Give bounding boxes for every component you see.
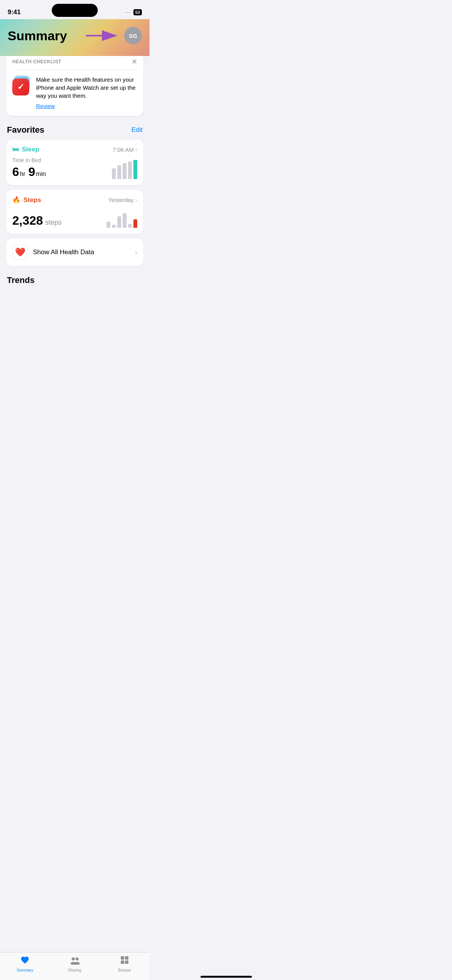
steps-meta-label: Yesterday [108, 197, 134, 203]
purple-arrow-icon [86, 29, 120, 43]
favorites-title: Favorites [7, 125, 44, 135]
favorites-header: Favorites Edit [6, 125, 143, 135]
checklist-text: Make sure the Health features on your iP… [36, 76, 137, 110]
steps-icon: 🔥 [12, 196, 20, 204]
checklist-icon: ✓ [12, 76, 31, 95]
sleep-value: 6hr 9min [12, 165, 46, 179]
icon-main-layer: ✓ [12, 79, 29, 95]
show-all-chevron-icon: › [135, 248, 137, 257]
show-all-label: Show All Health Data [33, 248, 129, 256]
checklist-title: HEALTH CHECKLIST [12, 59, 61, 64]
bar [112, 225, 116, 228]
bar [117, 216, 121, 228]
sleep-label: 🛏 Sleep [12, 146, 39, 153]
trends-header: Trends [6, 275, 143, 285]
health-icon-box: ❤️ [12, 245, 28, 260]
avatar[interactable]: SG [124, 27, 142, 44]
sleep-data-left: Time In Bed 6hr 9min [12, 157, 46, 179]
steps-card-header: 🔥 Steps Yesterday › [12, 196, 137, 204]
sleep-icon: 🛏 [12, 146, 19, 153]
checklist-header: HEALTH CHECKLIST ✕ [12, 58, 137, 70]
sleep-chevron-icon: › [135, 146, 137, 153]
sleep-card[interactable]: 🛏 Sleep 7:06 AM › Time In Bed 6hr 9min [6, 140, 143, 185]
bar [107, 222, 110, 228]
bar [123, 213, 127, 228]
bar [133, 219, 137, 228]
sleep-bar-chart [112, 159, 137, 179]
health-checklist-card: HEALTH CHECKLIST ✕ ✓ Make sure the Healt… [6, 52, 143, 116]
sleep-hr-unit: hr [20, 171, 25, 178]
sleep-hours: 6 [12, 165, 19, 179]
status-right: ···· 53 [125, 9, 142, 15]
bar [133, 160, 137, 179]
bar [117, 165, 121, 179]
sleep-minutes: 9 [28, 165, 35, 179]
sleep-time: 7:06 AM [113, 146, 134, 153]
favorites-section: Favorites Edit 🛏 Sleep 7:06 AM › Time In… [6, 125, 143, 266]
signal-icon: ···· [125, 10, 131, 15]
steps-data-row: 2,328 steps [12, 208, 137, 228]
status-bar: 9:41 ···· 53 [0, 0, 150, 19]
show-all-health-card[interactable]: ❤️ Show All Health Data › [6, 238, 143, 266]
header-right: SG [86, 27, 142, 44]
page-title: Summary [8, 28, 67, 43]
sleep-data-row: Time In Bed 6hr 9min [12, 157, 137, 179]
dynamic-island [52, 4, 98, 17]
steps-bar-chart [107, 208, 137, 228]
sleep-min-unit: min [36, 171, 46, 178]
header-row: Summary SG [8, 23, 142, 44]
steps-count: 2,328 [12, 214, 43, 228]
steps-chevron-icon: › [135, 197, 137, 204]
sleep-sublabel: Time In Bed [12, 157, 46, 163]
bar [112, 168, 116, 179]
main-content: HEALTH CHECKLIST ✕ ✓ Make sure the Healt… [0, 52, 150, 285]
battery-indicator: 53 [133, 9, 142, 15]
close-button[interactable]: ✕ [131, 58, 137, 65]
heart-icon: ❤️ [15, 247, 25, 257]
edit-button[interactable]: Edit [131, 126, 143, 134]
review-link[interactable]: Review [36, 103, 55, 109]
bar [128, 224, 132, 228]
trends-title: Trends [7, 275, 35, 285]
bar [123, 163, 127, 179]
steps-value: 2,328 steps [12, 214, 62, 228]
sleep-card-header: 🛏 Sleep 7:06 AM › [12, 146, 137, 153]
status-time: 9:41 [8, 8, 21, 16]
steps-card[interactable]: 🔥 Steps Yesterday › 2,328 steps [6, 190, 143, 234]
checklist-description: Make sure the Health features on your iP… [36, 76, 137, 100]
checklist-body: ✓ Make sure the Health features on your … [12, 76, 137, 110]
steps-data-left: 2,328 steps [12, 214, 62, 228]
checkmark-icon: ✓ [17, 82, 24, 92]
steps-label: 🔥 Steps [12, 196, 41, 204]
sleep-meta: 7:06 AM › [113, 146, 137, 153]
header-area: Summary SG [0, 19, 150, 56]
bar [128, 161, 132, 179]
steps-unit: steps [45, 219, 62, 227]
steps-meta: Yesterday › [108, 197, 138, 204]
trends-section: Trends [6, 275, 143, 285]
